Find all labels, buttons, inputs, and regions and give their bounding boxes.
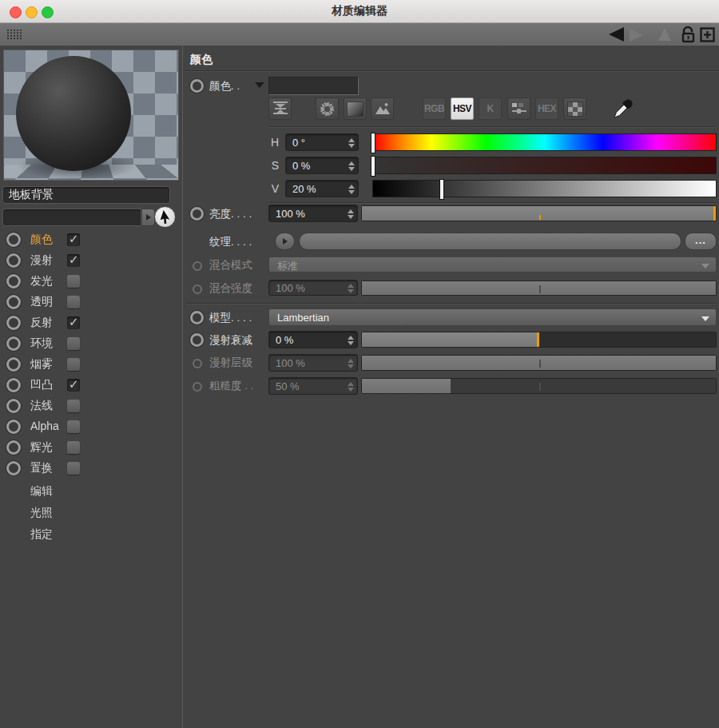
forward-arrow-icon[interactable] (630, 29, 643, 42)
channel-label[interactable]: 反射 (30, 316, 53, 330)
channel-row[interactable]: 颜色 (0, 231, 182, 249)
saturation-input[interactable]: 0 % (285, 157, 359, 174)
back-arrow-icon[interactable] (609, 27, 624, 42)
animation-dot-icon[interactable] (6, 295, 21, 309)
channel-label[interactable]: 环境 (30, 336, 53, 351)
channel-label[interactable]: 凹凸 (30, 378, 53, 392)
value-gradient-bar[interactable] (372, 180, 717, 197)
channel-row[interactable]: 置换 (0, 459, 182, 477)
color-swatch[interactable] (268, 77, 358, 94)
texture-expand-button[interactable] (275, 233, 295, 250)
saturation-gradient-bar[interactable] (372, 157, 717, 174)
material-search-input[interactable] (2, 209, 141, 226)
animation-dot-icon[interactable] (190, 207, 204, 221)
animation-dot-icon[interactable] (6, 357, 21, 372)
color-options-arrow-icon[interactable] (255, 82, 264, 88)
channel-checkbox[interactable] (67, 379, 80, 392)
material-preview[interactable] (3, 50, 179, 181)
mode-hex-button[interactable]: HEX (535, 97, 558, 120)
compact-mode-button[interactable] (268, 97, 292, 120)
lock-icon[interactable] (681, 26, 697, 44)
mixer-button[interactable] (507, 97, 530, 120)
channel-label[interactable]: 辉光 (30, 440, 53, 455)
texture-path-field[interactable] (299, 233, 681, 250)
swatches-button[interactable] (563, 97, 586, 120)
channel-label[interactable]: 漫射 (30, 253, 53, 268)
stepper-icon[interactable] (348, 161, 355, 172)
channel-label[interactable]: 颜色 (30, 233, 53, 247)
channel-checkbox[interactable] (67, 420, 80, 433)
channel-label[interactable]: Alpha (30, 420, 59, 432)
stepper-icon[interactable] (347, 335, 354, 346)
channel-label[interactable]: 法线 (30, 399, 53, 413)
diffuse-falloff-input[interactable]: 0 % (268, 331, 358, 348)
animation-dot-icon[interactable] (6, 253, 21, 268)
mode-kelvin-button[interactable]: K (479, 97, 502, 120)
channel-checkbox[interactable] (67, 400, 80, 412)
drag-handle-icon[interactable] (6, 29, 22, 40)
animation-dot-icon[interactable] (6, 336, 21, 351)
pick-material-button[interactable] (154, 206, 176, 228)
color-wheel-button[interactable] (316, 97, 339, 120)
channel-row[interactable]: 反射 (0, 314, 182, 332)
animation-dot-icon[interactable] (190, 311, 204, 324)
hue-gradient-bar[interactable] (372, 133, 717, 151)
mode-rgb-button[interactable]: RGB (423, 97, 446, 120)
animation-dot-icon[interactable] (6, 399, 21, 413)
model-dropdown[interactable]: Lambertian (268, 308, 717, 326)
material-name-input[interactable] (2, 186, 170, 204)
value-input[interactable]: 20 % (285, 180, 359, 197)
animation-dot-icon[interactable] (6, 461, 21, 475)
image-picker-button[interactable] (371, 97, 394, 120)
channel-row[interactable]: 透明 (0, 293, 182, 311)
channel-checkbox[interactable] (67, 358, 80, 371)
sidebar-item-assign[interactable]: 指定 (30, 525, 53, 543)
stepper-icon[interactable] (348, 184, 355, 195)
channel-checkbox[interactable] (67, 337, 80, 350)
channel-label[interactable]: 置换 (30, 461, 53, 475)
channel-label[interactable]: 发光 (30, 274, 53, 288)
add-icon[interactable] (700, 27, 715, 42)
animation-dot-icon[interactable] (6, 233, 21, 247)
channel-label[interactable]: 烟雾 (30, 357, 53, 372)
channel-row[interactable]: 法线 (0, 397, 182, 415)
sidebar-item-edit[interactable]: 编辑 (30, 482, 53, 499)
channel-checkbox[interactable] (67, 254, 80, 267)
channel-checkbox[interactable] (67, 275, 80, 288)
animation-dot-icon[interactable] (190, 79, 204, 93)
channel-row[interactable]: 漫射 (0, 252, 182, 269)
value-marker[interactable] (439, 179, 444, 200)
channel-row[interactable]: 凹凸 (0, 376, 182, 394)
animation-dot-icon[interactable] (6, 420, 21, 434)
sidebar-item-illumination[interactable]: 光照 (30, 503, 53, 521)
channel-row[interactable]: 发光 (0, 273, 182, 290)
up-arrow-icon[interactable] (658, 28, 671, 41)
slider-handle[interactable] (713, 206, 716, 221)
channel-checkbox[interactable] (67, 233, 80, 246)
channel-checkbox[interactable] (67, 441, 80, 454)
animation-dot-icon[interactable] (6, 316, 21, 330)
channel-checkbox[interactable] (67, 462, 80, 475)
channel-checkbox[interactable] (67, 296, 80, 308)
animation-dot-icon[interactable] (190, 333, 204, 347)
hue-input[interactable]: 0 ° (285, 133, 359, 151)
animation-dot-icon[interactable] (6, 378, 21, 392)
brightness-input[interactable]: 100 % (268, 205, 358, 222)
texture-browse-button[interactable]: ... (685, 233, 717, 250)
channel-row[interactable]: 辉光 (0, 439, 182, 456)
channel-row[interactable]: 环境 (0, 335, 182, 352)
slider-handle[interactable] (537, 332, 539, 347)
channel-label[interactable]: 透明 (30, 295, 53, 309)
hue-marker[interactable] (371, 133, 375, 153)
mode-hsv-button[interactable]: HSV (451, 97, 474, 120)
saturation-marker[interactable] (371, 156, 375, 177)
search-expand-button[interactable] (141, 209, 155, 226)
channel-row[interactable]: Alpha (0, 418, 182, 436)
diffuse-falloff-slider[interactable] (361, 332, 717, 348)
animation-dot-icon[interactable] (6, 440, 21, 455)
channel-row[interactable]: 烟雾 (0, 356, 182, 373)
brightness-slider[interactable] (361, 205, 717, 221)
stepper-icon[interactable] (348, 137, 355, 149)
eyedropper-icon[interactable] (610, 95, 637, 122)
channel-checkbox[interactable] (67, 316, 80, 329)
